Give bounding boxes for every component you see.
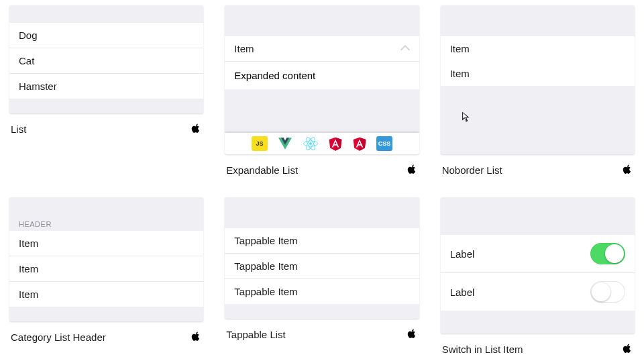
cell-switch: Label Label Switch in List Item	[441, 197, 635, 355]
caption-label: Tappable List	[226, 329, 285, 340]
list-item[interactable]: Item	[9, 231, 203, 256]
list-item[interactable]: Cat	[9, 48, 203, 73]
cell-category: HEADER Item Item Item Category List Head…	[9, 197, 203, 355]
list-item-label: Dog	[19, 30, 38, 41]
expandable-label: Item	[234, 43, 254, 54]
cell-list: Dog Cat Hamster List	[9, 5, 203, 176]
apple-icon	[407, 164, 418, 176]
apple-icon	[191, 331, 202, 343]
css-icon[interactable]: CSS	[376, 136, 392, 151]
react-icon[interactable]	[303, 136, 319, 151]
list-item[interactable]: Item	[441, 36, 635, 61]
framework-badges: JS CSS	[225, 133, 419, 154]
list-item[interactable]: Dog	[9, 23, 203, 48]
list-item-label: Item	[450, 43, 470, 54]
card-expandable: Item Expanded content JS CSS	[225, 5, 419, 154]
list: Dog Cat Hamster	[9, 23, 203, 99]
list-item-label: Item	[19, 263, 38, 274]
expandable-content: Expanded content	[225, 61, 419, 89]
caption-row: List	[9, 123, 203, 135]
card-switch: Label Label	[441, 197, 635, 334]
switch-toggle-off[interactable]	[590, 281, 625, 303]
switch-row: Label	[441, 235, 635, 272]
expandable-header[interactable]: Item	[225, 36, 419, 61]
list-item-label: Item	[19, 238, 38, 249]
apple-icon	[407, 328, 418, 340]
cell-expandable: Item Expanded content JS CSS Expandable …	[225, 5, 419, 176]
list-item-label: Cat	[19, 55, 34, 66]
switch-list: Label Label	[441, 235, 635, 311]
list-item[interactable]: Item	[9, 281, 203, 307]
apple-icon	[623, 164, 633, 176]
card-list: Dog Cat Hamster	[9, 5, 203, 113]
switch-label: Label	[450, 287, 475, 298]
tappable-item[interactable]: Tappable Item	[225, 278, 419, 304]
list-item[interactable]: Item	[9, 256, 203, 281]
angular-2-icon[interactable]	[352, 136, 367, 151]
list-item-label: Tappable Item	[234, 260, 297, 272]
apple-icon	[191, 123, 202, 135]
caption-row: Expandable List	[225, 164, 419, 176]
apple-icon	[623, 343, 633, 355]
noborder-list: Item Item	[441, 36, 635, 86]
caption-row: Noborder List	[441, 164, 635, 176]
expandable-list: Item Expanded content	[225, 36, 419, 89]
list-item-label: Item	[19, 289, 38, 300]
list-header: HEADER	[9, 215, 203, 231]
caption-row: Category List Header	[9, 331, 203, 343]
caption-label: Category List Header	[11, 331, 106, 343]
list-item-label: Item	[450, 68, 470, 79]
js-icon[interactable]: JS	[252, 136, 268, 151]
category-list: Item Item Item	[9, 231, 203, 307]
list-item[interactable]: Hamster	[9, 73, 203, 99]
list-item-label: Tappable Item	[234, 286, 297, 297]
angular-1-icon[interactable]	[328, 136, 343, 151]
caption-row: Tappable List	[225, 328, 419, 340]
caption-row: Switch in List Item	[441, 343, 635, 355]
cell-tappable: Tappable Item Tappable Item Tappable Ite…	[225, 197, 419, 355]
caption-label: List	[11, 123, 26, 135]
switch-toggle-on[interactable]	[590, 243, 625, 264]
card-tappable: Tappable Item Tappable Item Tappable Ite…	[225, 197, 419, 319]
vue-icon[interactable]	[277, 136, 293, 151]
list-item[interactable]: Item	[441, 61, 635, 86]
switch-label: Label	[450, 248, 475, 260]
caption-label: Noborder List	[442, 164, 502, 176]
tappable-item[interactable]: Tappable Item	[225, 228, 419, 253]
card-noborder: Item Item	[441, 5, 635, 154]
caption-label: Expandable List	[226, 164, 298, 176]
chevron-up-icon	[400, 44, 410, 54]
card-category: HEADER Item Item Item	[9, 197, 203, 321]
tappable-list: Tappable Item Tappable Item Tappable Ite…	[225, 228, 419, 304]
tappable-item[interactable]: Tappable Item	[225, 253, 419, 278]
list-item-label: Tappable Item	[234, 235, 297, 246]
cell-noborder: Item Item Noborder List	[441, 5, 635, 176]
list-item-label: Hamster	[19, 81, 57, 92]
switch-row: Label	[441, 272, 635, 311]
caption-label: Switch in List Item	[442, 344, 523, 355]
